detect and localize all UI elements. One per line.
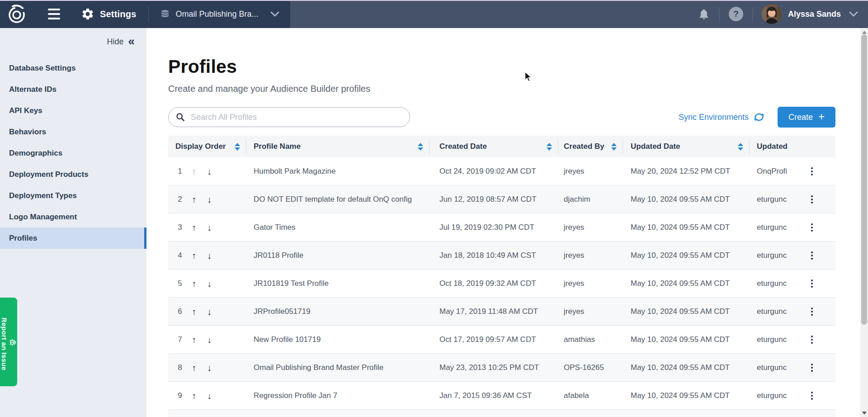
sync-environments-label: Sync Environments — [679, 113, 749, 122]
display-order-value: 7 — [175, 335, 184, 344]
created-date-cell: May 23, 2013 10:25 PM CDT — [429, 354, 558, 381]
row-actions-kebab-icon[interactable] — [809, 250, 815, 261]
display-order-cell: 9↑↓ — [168, 382, 246, 409]
sidebar-item-demographics[interactable]: Demographics — [0, 142, 146, 164]
omeda-logo[interactable] — [6, 4, 27, 24]
move-down-arrow-icon[interactable]: ↓ — [207, 335, 212, 344]
create-button[interactable]: Create + — [778, 107, 835, 128]
scrollbar-up-arrow[interactable] — [862, 31, 867, 34]
created-date-cell: Oct 18, 2019 09:32 AM CDT — [429, 270, 558, 297]
avatar[interactable] — [762, 4, 782, 24]
actions-cell — [800, 270, 835, 297]
move-down-arrow-icon[interactable]: ↓ — [207, 307, 212, 316]
sidebar-item-api-keys[interactable]: API Keys — [0, 100, 146, 121]
table-row: 2↑↓DO NOT EDIT template for default OnQ … — [168, 185, 835, 213]
row-actions-kebab-icon[interactable] — [809, 166, 815, 177]
move-up-arrow-icon[interactable]: ↑ — [192, 223, 196, 232]
topbar-right-group: ? Alyssa Sands — [698, 4, 868, 24]
column-header-label: Created Date — [439, 142, 487, 151]
move-up-arrow-icon[interactable]: ↑ — [192, 251, 196, 260]
sidebar-item-behaviors[interactable]: Behaviors — [0, 121, 146, 142]
updated-date-cell: May 10, 2024 09:55 AM CDT — [623, 270, 750, 297]
sort-arrows-icon[interactable] — [738, 143, 743, 151]
updated-by-cell: eturgunc — [750, 354, 800, 381]
row-actions-kebab-icon[interactable] — [809, 278, 815, 289]
row-actions-kebab-icon[interactable] — [809, 194, 815, 205]
scrollbar-thumb[interactable] — [861, 34, 867, 325]
sidebar-item-profiles[interactable]: Profiles — [0, 227, 146, 249]
sidebar-item-alternate-ids[interactable]: Alternate IDs — [0, 79, 146, 100]
move-down-arrow-icon[interactable]: ↓ — [207, 363, 212, 372]
move-up-arrow-icon[interactable]: ↑ — [192, 279, 196, 288]
sidebar-item-label: Database Settings — [9, 64, 75, 73]
actions-cell — [800, 382, 835, 409]
profiles-settings-page: { "topbar": { "settings_label": "Setting… — [0, 0, 868, 417]
move-down-arrow-icon[interactable]: ↓ — [207, 195, 212, 204]
column-header-created-by[interactable]: Created By — [558, 136, 623, 157]
scrollbar-down-arrow[interactable] — [862, 412, 867, 415]
move-up-arrow-icon[interactable]: ↑ — [192, 391, 196, 400]
column-header-label: Display Order — [175, 142, 226, 151]
column-header-label: Profile Name — [254, 142, 301, 151]
move-down-arrow-icon[interactable]: ↓ — [207, 167, 212, 176]
move-up-arrow-icon[interactable]: ↑ — [192, 335, 196, 344]
column-header-created-date[interactable]: Created Date — [429, 136, 558, 157]
updated-date-cell: May 10, 2024 09:55 AM CDT — [623, 298, 750, 325]
row-actions-kebab-icon[interactable] — [809, 390, 815, 402]
row-actions-kebab-icon[interactable] — [809, 362, 815, 374]
created-date-cell: May 17, 2019 11:48 AM CDT — [429, 298, 558, 325]
updated-date-cell: May 10, 2024 09:55 AM CDT — [623, 354, 750, 381]
sort-arrows-icon[interactable] — [235, 143, 240, 151]
move-up-arrow-icon[interactable]: ↑ — [192, 195, 196, 204]
profile-name-cell: JRProfile051719 — [246, 298, 429, 325]
hamburger-menu-icon[interactable] — [45, 6, 63, 22]
sidebar-item-deployment-types[interactable]: Deployment Types — [0, 185, 146, 206]
database-selector[interactable]: Omail Publishing Bra... — [160, 8, 279, 20]
hide-label: Hide — [107, 37, 124, 47]
move-down-arrow-icon[interactable]: ↓ — [207, 223, 212, 232]
move-down-arrow-icon[interactable]: ↓ — [207, 279, 212, 288]
updated-by-cell: eturgunc — [750, 213, 800, 241]
sidebar-item-database-settings[interactable]: Database Settings — [0, 57, 146, 79]
move-up-arrow-icon[interactable]: ↑ — [192, 363, 196, 372]
move-down-arrow-icon[interactable]: ↓ — [207, 251, 212, 260]
row-actions-kebab-icon[interactable] — [809, 306, 815, 317]
sidebar-item-deployment-products[interactable]: Deployment Products — [0, 164, 146, 185]
profile-name-cell: DO NOT EDIT template for default OnQ con… — [246, 185, 429, 213]
column-header-updated-date[interactable]: Updated Date — [623, 136, 750, 157]
settings-section[interactable]: Settings — [81, 7, 137, 21]
notifications-button[interactable] — [698, 7, 710, 21]
move-down-arrow-icon[interactable]: ↓ — [207, 391, 212, 400]
updated-by-cell: OnqProfi — [750, 410, 800, 417]
database-icon — [160, 8, 170, 20]
row-actions-kebab-icon[interactable] — [809, 334, 815, 346]
table-row: 1↑↓Humbolt Park MagazineOct 24, 2019 09:… — [168, 157, 835, 185]
row-actions-kebab-icon[interactable] — [809, 222, 815, 233]
report-issue-label: Report an Issue — [0, 317, 8, 370]
sidebar-item-label: Alternate IDs — [9, 85, 57, 94]
move-up-arrow-icon[interactable]: ↑ — [192, 307, 196, 316]
table-row: 3↑↓Gator TimesJul 19, 2019 02:30 PM CDTj… — [168, 213, 835, 242]
account-chevron-down-icon[interactable] — [849, 11, 858, 17]
top-accent-line — [0, 0, 868, 1]
table-row: 7↑↓New Profile 101719Oct 17, 2019 09:57 … — [168, 326, 835, 354]
sidebar-item-logo-management[interactable]: Logo Management — [0, 206, 146, 227]
column-header-display-order[interactable]: Display Order — [168, 136, 246, 157]
sidebar-item-label: Profiles — [9, 234, 37, 243]
sort-arrows-icon[interactable] — [547, 143, 552, 151]
search-input[interactable] — [190, 112, 410, 123]
sort-arrows-icon[interactable] — [418, 143, 423, 151]
vertical-scrollbar[interactable] — [860, 28, 868, 417]
report-issue-tab[interactable]: Report an Issue — [0, 298, 17, 386]
sort-arrows-icon[interactable] — [611, 143, 617, 151]
column-header-profile-name[interactable]: Profile Name — [246, 136, 429, 157]
account-name[interactable]: Alyssa Sands — [788, 9, 841, 19]
profile-name-cell: RIIS Push Ch — [246, 410, 429, 417]
created-date-cell: Oct 17, 2019 09:57 AM CDT — [429, 326, 558, 353]
updated-by-cell: eturgunc — [750, 185, 800, 213]
help-button[interactable]: ? — [729, 7, 743, 21]
display-order-value: 4 — [175, 251, 184, 260]
created-by-cell: OPS-16265 — [558, 354, 623, 381]
hide-sidebar-button[interactable]: Hide « — [0, 37, 146, 47]
sync-environments-link[interactable]: Sync Environments — [679, 112, 765, 122]
